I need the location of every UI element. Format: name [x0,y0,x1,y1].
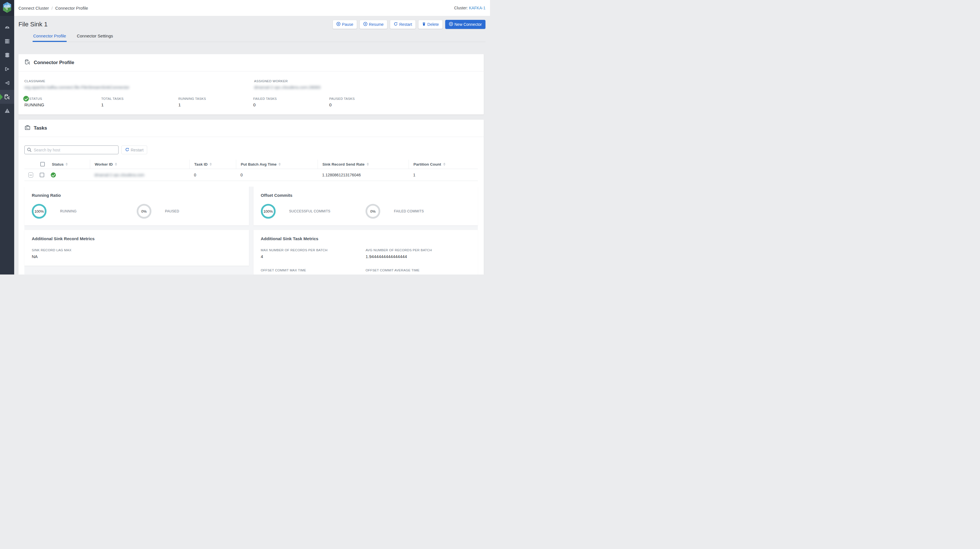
sort-send-rate-icon[interactable] [367,163,369,166]
offset-commit-max-time-field: OFFSET COMMIT MAX TIME 4 ms [261,269,366,275]
sidebar-item-connect[interactable] [0,90,14,104]
cluster-name-link[interactable]: KAFKA-1 [469,6,485,10]
sink-task-metrics-panel: Additional Sink Task Metrics MAX NUMBER … [253,230,478,275]
sink-record-lag-max-value: NA [32,254,137,259]
classname-field: CLASSNAME org.apache.kafka.connect.file.… [24,80,254,90]
database-icon [4,52,10,58]
breadcrumb-connector-profile: Connector Profile [55,6,88,11]
paused-stat-label: PAUSED [165,209,179,213]
put-batch-avg-time-cell: 0 [236,173,318,177]
connector-profile-card: Connector Profile CLASSNAME org.apache.k… [18,54,484,115]
tasks-toolbox-icon [24,124,30,132]
column-status[interactable]: Status [52,162,64,167]
sidebar-item-producers[interactable] [0,76,14,90]
column-partition-count[interactable]: Partition Count [414,162,441,167]
breadcrumb-connect-cluster[interactable]: Connect Cluster [18,6,49,11]
task-detail-panel: Running Ratio 100% RUNNING 0% PAUSED [24,186,478,275]
servers-icon [4,38,10,44]
column-task-id[interactable]: Task ID [194,162,208,167]
tasks-section-title: Tasks [34,125,47,131]
search-by-host-input[interactable] [24,145,119,154]
restart-label: Restart [399,22,412,27]
sort-status-icon[interactable] [65,163,68,166]
task-restart-button[interactable]: Restart [121,145,147,154]
sort-task-id-icon[interactable] [210,163,212,166]
new-connector-button[interactable]: New Connector [445,20,486,29]
sidebar-item-topics[interactable] [0,48,14,62]
sidebar-item-brokers[interactable] [0,34,14,48]
refresh-icon [125,148,129,153]
tab-connector-settings[interactable]: Connector Settings [76,33,114,42]
delete-button[interactable]: Delete [418,20,442,29]
breadcrumb-separator: / [52,6,53,11]
classname-value-redacted: org.apache.kafka.connect.file.FileStream… [24,85,254,90]
running-tasks-value: 1 [178,102,253,107]
sink-task-metrics-title: Additional Sink Task Metrics [261,236,471,241]
connect-icon [4,94,10,100]
topbar: Connect Cluster / Connector Profile Clus… [14,0,490,16]
offset-commit-average-time-field: OFFSET COMMIT AVERAGE TIME 4 ms [366,269,471,275]
resume-button[interactable]: Resume [360,20,387,29]
task-restart-label: Restart [131,148,143,152]
collapse-row-button[interactable] [29,172,33,178]
restart-button[interactable]: Restart [390,20,416,29]
avg-records-per-batch-value: 1.9444444444444444 [366,254,471,259]
task-running-icon [51,172,56,178]
sort-worker-id-icon[interactable] [115,163,117,166]
sidebar-item-consumers[interactable] [0,62,14,76]
status-label: STATUS [29,97,42,100]
row-checkbox[interactable] [40,173,44,177]
assigned-worker-label: ASSIGNED WORKER [254,80,478,83]
cluster-indicator: Cluster: KAFKA-1 [454,6,485,10]
table-row: dmarsal-2.vpc.cloudera.com 0 0 1.1280861… [24,169,478,181]
smm-logo-icon [2,2,12,14]
task-search [24,145,119,154]
refresh-icon [394,22,398,27]
column-put-batch-avg-time[interactable]: Put Batch Avg Time [241,162,277,167]
total-tasks-label: TOTAL TASKS [101,97,178,100]
assigned-worker-field: ASSIGNED WORKER dmarsal-2.vpc.cloudera.c… [254,80,478,90]
total-tasks-field: TOTAL TASKS 1 [101,97,178,107]
paused-tasks-field: PAUSED TASKS 0 [329,97,478,107]
plus-circle-icon [449,22,453,27]
classname-label: CLASSNAME [24,80,254,83]
sidebar-item-overview[interactable] [0,21,14,34]
status-field: STATUS RUNNING [24,97,101,107]
sort-put-batch-icon[interactable] [278,163,281,166]
paused-percent-ring: 0% [137,204,151,219]
tab-connector-profile[interactable]: Connector Profile [33,33,67,42]
sidebar-nav [0,16,14,118]
paused-tasks-value: 0 [329,102,478,107]
successful-commits-label: SUCCESSFUL COMMITS [289,209,331,213]
pause-circle-icon [336,22,340,27]
pause-button[interactable]: Pause [332,20,357,29]
resume-label: Resume [369,22,383,27]
tasks-table: Status Worker ID Task ID Put Batch Avg T… [24,160,478,181]
worker-id-cell-redacted: dmarsal-2.vpc.cloudera.com [90,173,189,177]
connector-actions: Pause Resume Restart [332,20,485,29]
page-title: File Sink 1 [18,20,48,28]
connector-profile-section-title: Connector Profile [34,60,74,65]
running-percent-ring: 100% [32,204,46,219]
offset-commit-max-time-label: OFFSET COMMIT MAX TIME [261,269,366,272]
offset-commits-title: Offset Commits [261,193,471,198]
sidebar-item-alerts[interactable] [0,104,14,118]
trash-icon [422,22,426,27]
breadcrumb: Connect Cluster / Connector Profile [18,6,88,11]
select-all-checkbox[interactable] [40,162,45,167]
failed-commits-label: FAILED COMMITS [394,209,424,213]
assigned-worker-value-redacted: dmarsal-2.vpc.cloudera.com:28083 [254,85,478,90]
running-ratio-panel: Running Ratio 100% RUNNING 0% PAUSED [24,186,249,226]
column-worker-id[interactable]: Worker ID [95,162,113,167]
running-tasks-field: RUNNING TASKS 1 [178,97,253,107]
sink-record-lag-max-label: SINK RECORD LAG MAX [32,248,137,252]
offset-commits-panel: Offset Commits 100% SUCCESSFUL COMMITS 0… [253,186,478,226]
task-id-cell: 0 [189,173,236,177]
status-value: RUNNING [24,102,101,107]
partition-count-cell: 1 [409,173,478,177]
column-sink-record-send-rate[interactable]: Sink Record Send Rate [322,162,365,167]
sort-partition-count-icon[interactable] [443,163,445,166]
cluster-label: Cluster: [454,6,468,10]
failed-tasks-label: FAILED TASKS [253,97,329,100]
app-logo[interactable] [0,0,14,16]
